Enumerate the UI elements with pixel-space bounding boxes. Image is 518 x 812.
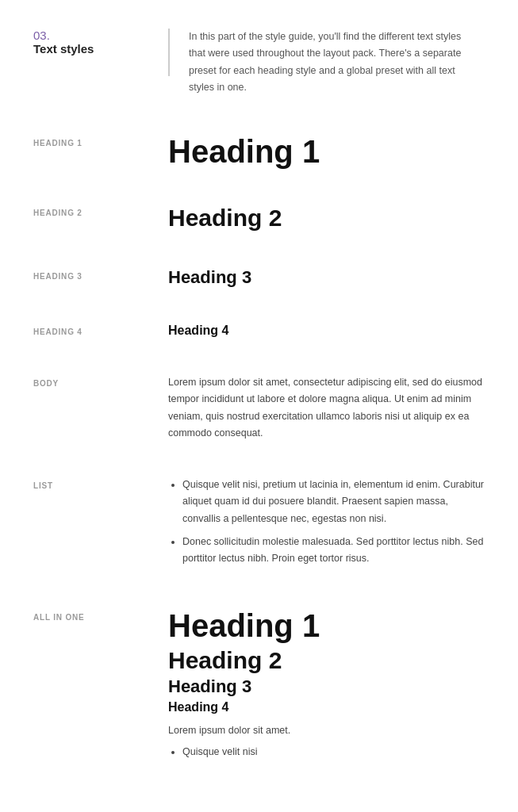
header-title-block: 03. Text styles <box>33 29 168 56</box>
style-content-allinone: Heading 1 Heading 2 Heading 3 Heading 4 … <box>168 608 485 760</box>
allinone-heading1: Heading 1 <box>168 608 485 643</box>
allinone-body: Lorem ipsum dolor sit amet. <box>168 722 485 739</box>
style-row-heading2: HEADING 2 Heading 2 <box>33 204 485 232</box>
style-content-heading1: Heading 1 <box>168 134 485 169</box>
body-demo: Lorem ipsum dolor sit amet, consectetur … <box>168 374 485 442</box>
heading4-demo: Heading 4 <box>168 323 485 339</box>
heading1-demo: Heading 1 <box>168 134 485 169</box>
heading3-demo: Heading 3 <box>168 267 485 288</box>
allinone-list: Quisque velit nisi <box>168 744 485 760</box>
allinone-heading2: Heading 2 <box>168 646 485 675</box>
style-content-heading4: Heading 4 <box>168 323 485 339</box>
allinone-heading3: Heading 3 <box>168 676 485 697</box>
style-label-body: BODY <box>33 374 168 388</box>
section-title: Text styles <box>33 42 149 56</box>
section-number: 03. <box>33 29 149 42</box>
header-section: 03. Text styles In this part of the styl… <box>33 29 485 96</box>
list-demo: Quisque velit nisi, pretium ut lacinia i… <box>168 477 485 567</box>
style-row-heading3: HEADING 3 Heading 3 <box>33 267 485 288</box>
style-row-heading4: HEADING 4 Heading 4 <box>33 323 485 339</box>
style-row-list: LIST Quisque velit nisi, pretium ut laci… <box>33 477 485 573</box>
style-label-heading1: HEADING 1 <box>33 134 168 147</box>
page-container: 03. Text styles In this part of the styl… <box>0 0 518 812</box>
style-content-list: Quisque velit nisi, pretium ut lacinia i… <box>168 477 485 573</box>
heading2-demo: Heading 2 <box>168 204 485 232</box>
allinone-heading4: Heading 4 <box>168 699 485 716</box>
style-row-body: BODY Lorem ipsum dolor sit amet, consect… <box>33 374 485 442</box>
style-content-heading3: Heading 3 <box>168 267 485 288</box>
style-content-body: Lorem ipsum dolor sit amet, consectetur … <box>168 374 485 442</box>
style-row-heading1: HEADING 1 Heading 1 <box>33 134 485 169</box>
list-item: Donec sollicitudin molestie malesuada. S… <box>182 534 485 568</box>
list-item: Quisque velit nisi, pretium ut lacinia i… <box>182 477 485 527</box>
header-divider <box>168 29 170 76</box>
style-label-heading3: HEADING 3 <box>33 267 168 281</box>
allinone-list-item: Quisque velit nisi <box>182 744 485 760</box>
style-row-allinone: ALL IN ONE Heading 1 Heading 2 Heading 3… <box>33 608 485 760</box>
style-label-heading4: HEADING 4 <box>33 323 168 336</box>
style-label-allinone: ALL IN ONE <box>33 608 168 622</box>
style-label-list: LIST <box>33 477 168 490</box>
header-description: In this part of the style guide, you'll … <box>189 29 474 96</box>
style-content-heading2: Heading 2 <box>168 204 485 232</box>
style-label-heading2: HEADING 2 <box>33 204 168 217</box>
